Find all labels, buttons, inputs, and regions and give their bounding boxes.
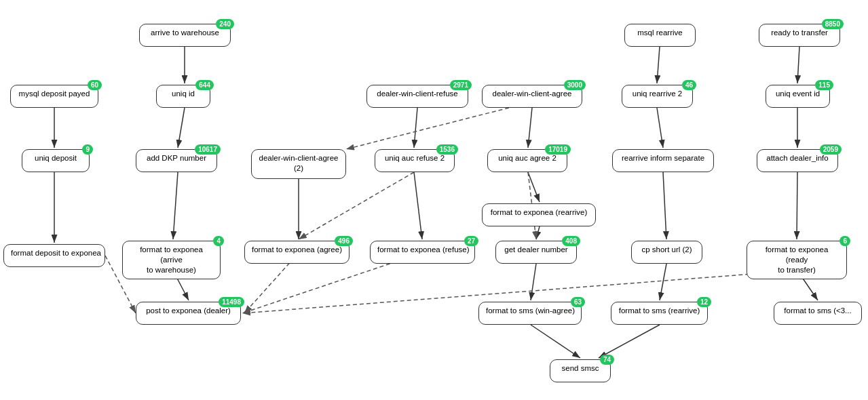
svg-line-15 [531, 325, 580, 358]
node-label-format_exponea_rearrive: format to exponea (rearrive) [491, 208, 588, 216]
node-label-uniq_event_id: uniq event id [776, 89, 820, 98]
node-uniq_event_id: uniq event id115 [766, 85, 830, 108]
node-get_dealer_number: get dealer number408 [495, 241, 577, 264]
svg-line-18 [663, 172, 666, 239]
node-label-dealer_win_agree: dealer-win-client-agree [493, 89, 572, 98]
node-dealer_win_agree: dealer-win-client-agree3000 [482, 85, 582, 108]
node-uniq_auc_agree2: uniq auc agree 217019 [487, 149, 567, 172]
node-label-post_exponea: post to exponea (dealer) [146, 306, 231, 315]
node-format_ready_transfer: format to exponea (readyto transfer)6 [747, 241, 847, 279]
node-badge-uniq_auc_refuse2: 1536 [436, 144, 458, 155]
svg-line-13 [536, 226, 540, 239]
node-badge-format_arrive: 4 [213, 236, 224, 246]
node-label-mysql_deposit_payed: mysql deposit payed [19, 89, 90, 98]
svg-line-20 [599, 325, 660, 358]
svg-line-17 [657, 108, 663, 148]
node-label-dealer_win_agree2: dealer-win-client-agree(2) [259, 154, 339, 172]
node-label-arrive_warehouse: arrive to warehouse [151, 28, 219, 37]
node-format_deposit_exponea: format deposit to exponea [3, 244, 105, 267]
node-badge-uniq_event_id: 115 [815, 80, 833, 90]
node-badge-ready_transfer: 8850 [822, 19, 844, 29]
svg-line-9 [414, 108, 417, 148]
node-label-format_arrive: format to exponea (arriveto warehouse) [140, 245, 203, 274]
node-label-uniq_auc_agree2: uniq auc agree 2 [498, 154, 556, 162]
node-badge-arrive_warehouse: 240 [216, 19, 234, 29]
node-format_agree: format to exponea (agree)496 [244, 241, 350, 264]
node-arrive_warehouse: arrive to warehouse240 [139, 24, 231, 47]
node-label-format_agree: format to exponea (agree) [252, 245, 342, 254]
diagram-container: mysql deposit payed60uniq deposit9format… [0, 0, 868, 400]
node-badge-format_sms_rearrive: 12 [697, 297, 711, 307]
node-format_sms_lt30: format to sms (<3... [774, 302, 862, 325]
node-ready_transfer: ready to transfer8850 [759, 24, 840, 47]
node-badge-dealer_win_refuse: 2971 [450, 80, 472, 90]
svg-line-30 [299, 172, 414, 239]
node-uniq_auc_refuse2: uniq auc refuse 21536 [375, 149, 455, 172]
node-label-cp_short_url2: cp short url (2) [641, 245, 692, 254]
node-label-format_refuse: format to exponea (refuse) [377, 245, 470, 254]
svg-line-10 [414, 172, 422, 239]
node-label-uniq_auc_refuse2: uniq auc refuse 2 [385, 154, 445, 162]
svg-line-5 [178, 108, 185, 148]
node-badge-mysql_deposit_payed: 60 [88, 80, 102, 90]
node-badge-uniq_deposit: 9 [82, 144, 93, 155]
node-badge-format_ready_transfer: 6 [839, 236, 850, 246]
node-uniq_rearrive2: uniq rearrive 246 [622, 85, 693, 108]
node-label-format_sms_lt30: format to sms (<3... [784, 306, 851, 315]
node-badge-uniq_id: 644 [195, 80, 214, 90]
node-label-send_smsc: send smsc [562, 364, 599, 372]
node-badge-send_smsc: 74 [600, 355, 614, 365]
node-label-add_dkp: add DKP number [147, 154, 206, 162]
node-label-format_deposit_exponea: format deposit to exponea [11, 249, 101, 257]
node-label-rearrive_inform: rearrive inform separate [622, 154, 704, 162]
node-uniq_deposit: uniq deposit9 [22, 149, 90, 172]
node-label-dealer_win_refuse: dealer-win-client-refuse [377, 89, 458, 98]
node-format_exponea_rearrive: format to exponea (rearrive) [482, 203, 596, 226]
svg-line-11 [528, 108, 532, 148]
node-uniq_id: uniq id644 [156, 85, 210, 108]
node-badge-get_dealer_number: 408 [562, 236, 580, 246]
node-format_sms_winagree: format to sms (win-agree)63 [478, 302, 582, 325]
node-label-get_dealer_number: get dealer number [504, 245, 567, 254]
arrows-svg [0, 0, 868, 400]
svg-line-23 [797, 172, 797, 239]
node-label-uniq_id: uniq id [172, 89, 195, 98]
node-badge-format_sms_winagree: 63 [571, 297, 585, 307]
node-label-ready_transfer: ready to transfer [771, 28, 828, 37]
node-rearrive_inform: rearrive inform separate [612, 149, 714, 172]
node-label-uniq_deposit: uniq deposit [35, 154, 77, 162]
node-format_sms_rearrive: format to sms (rearrive)12 [611, 302, 708, 325]
node-badge-uniq_rearrive2: 46 [682, 80, 696, 90]
node-dealer_win_refuse: dealer-win-client-refuse2971 [366, 85, 468, 108]
svg-line-16 [657, 47, 660, 83]
node-cp_short_url2: cp short url (2) [631, 241, 702, 264]
node-format_arrive: format to exponea (arriveto warehouse)4 [122, 241, 221, 279]
node-badge-format_refuse: 27 [464, 236, 478, 246]
node-label-msql_rearrive: msql rearrive [637, 28, 682, 37]
node-label-attach_dealer_info: attach dealer_info [766, 154, 828, 162]
svg-line-19 [660, 264, 666, 300]
node-dealer_win_agree2: dealer-win-client-agree(2) [251, 149, 346, 179]
node-badge-uniq_auc_agree2: 17019 [545, 144, 571, 155]
node-format_refuse: format to exponea (refuse)27 [370, 241, 475, 264]
svg-line-27 [346, 108, 509, 149]
svg-line-21 [797, 47, 799, 83]
node-label-format_ready_transfer: format to exponea (readyto transfer) [766, 245, 829, 274]
node-add_dkp: add DKP number10617 [136, 149, 217, 172]
svg-line-14 [531, 264, 536, 300]
node-label-format_sms_winagree: format to sms (win-agree) [486, 306, 575, 315]
node-send_smsc: send smsc74 [550, 359, 611, 382]
node-badge-post_exponea: 11498 [219, 297, 244, 307]
node-attach_dealer_info: attach dealer_info2059 [757, 149, 838, 172]
node-badge-format_agree: 496 [335, 236, 353, 246]
node-label-uniq_rearrive2: uniq rearrive 2 [633, 89, 683, 98]
node-badge-add_dkp: 10617 [195, 144, 221, 155]
node-label-format_sms_rearrive: format to sms (rearrive) [619, 306, 700, 315]
node-msql_rearrive: msql rearrive [624, 24, 696, 47]
node-badge-attach_dealer_info: 2059 [820, 144, 842, 155]
svg-line-12 [528, 172, 540, 202]
node-mysql_deposit_payed: mysql deposit payed60 [10, 85, 98, 108]
svg-line-6 [173, 172, 178, 239]
node-post_exponea: post to exponea (dealer)11498 [136, 302, 241, 325]
node-badge-dealer_win_agree: 3000 [564, 80, 586, 90]
